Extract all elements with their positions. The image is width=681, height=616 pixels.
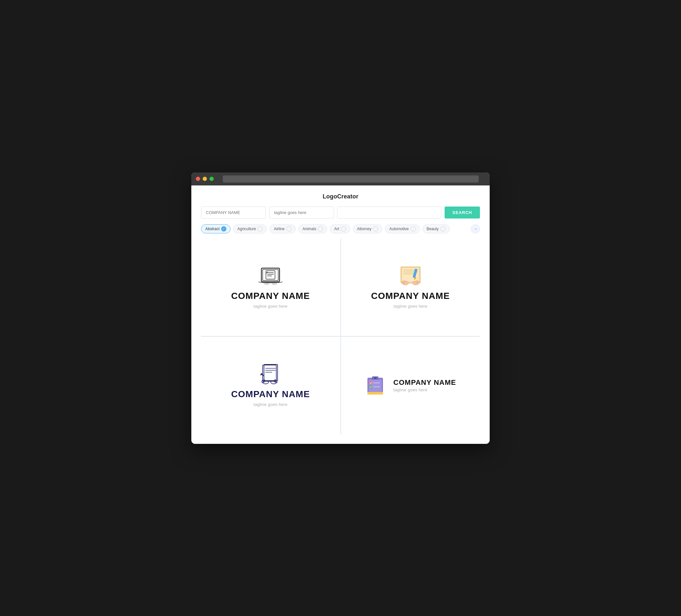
- logo-4-company-name: COMPANY NAME: [393, 378, 456, 387]
- logo-card-4[interactable]: COMPANY NAME tagline goes here: [341, 337, 480, 434]
- company-name-input[interactable]: [201, 207, 266, 219]
- filter-label-agriculture: Agriculture: [237, 227, 256, 231]
- filter-bar: Abstract✓Agriculture✓Airline✓Animals✓Art…: [201, 224, 480, 233]
- logo-content-3: COMPANY NAME tagline goes here: [231, 364, 310, 407]
- filter-tag-art[interactable]: Art✓: [330, 224, 350, 233]
- filter-tag-attorney[interactable]: Attorney✓: [353, 224, 383, 233]
- logo-2-company-name: COMPANY NAME: [371, 291, 450, 301]
- filter-label-art: Art: [334, 227, 339, 231]
- browser-titlebar: [191, 173, 490, 185]
- svg-point-18: [403, 280, 405, 283]
- filter-tag-abstract[interactable]: Abstract✓: [201, 224, 231, 233]
- logo-3-company-name: COMPANY NAME: [231, 389, 310, 400]
- logo-content-4: COMPANY NAME tagline goes here: [365, 374, 456, 397]
- svg-rect-0: [261, 268, 280, 282]
- check-icon-attorney: ✓: [373, 226, 378, 231]
- logo-grid: COMPANY NAME tagline goes here: [201, 239, 480, 434]
- logo-content-2: COMPANY NAME tagline goes here: [371, 265, 450, 309]
- filter-tag-automotive[interactable]: Automotive✓: [385, 224, 420, 233]
- logo-2-tagline: tagline goes here: [393, 304, 427, 309]
- check-icon-airline: ✓: [286, 226, 292, 231]
- filter-tag-agriculture[interactable]: Agriculture✓: [233, 224, 267, 233]
- filter-label-beauty: Beauty: [427, 227, 439, 231]
- logo-card-3[interactable]: COMPANY NAME tagline goes here: [201, 337, 340, 434]
- svg-point-7: [272, 282, 277, 285]
- check-icon-art: ✓: [341, 226, 346, 231]
- style-input[interactable]: [337, 207, 442, 219]
- svg-point-20: [418, 281, 419, 284]
- browser-window: LogoCreator SEARCH Abstract✓Agriculture✓…: [191, 173, 490, 444]
- svg-rect-21: [263, 365, 276, 381]
- svg-rect-37: [374, 377, 377, 379]
- logo-3-tagline: tagline goes here: [254, 402, 288, 407]
- svg-point-6: [264, 282, 269, 285]
- check-icon-agriculture: ✓: [257, 226, 263, 231]
- address-bar: [223, 175, 479, 182]
- filter-tag-animals[interactable]: Animals✓: [298, 224, 328, 233]
- filter-tag-airline[interactable]: Airline✓: [270, 224, 296, 233]
- filter-label-attorney: Attorney: [357, 227, 372, 231]
- app-title: LogoCreator: [201, 193, 480, 200]
- logo-icon-1: [257, 265, 283, 288]
- filter-tag-beauty[interactable]: Beauty✓: [423, 224, 450, 233]
- filter-label-airline: Airline: [274, 227, 284, 231]
- check-icon-beauty: ✓: [440, 226, 446, 231]
- minimize-button[interactable]: [203, 177, 207, 181]
- logo-content-1: COMPANY NAME tagline goes here: [231, 265, 310, 309]
- search-button[interactable]: SEARCH: [445, 207, 480, 219]
- svg-rect-22: [264, 364, 278, 381]
- check-icon-automotive: ✓: [410, 226, 416, 231]
- close-button[interactable]: [196, 177, 200, 181]
- app-content: LogoCreator SEARCH Abstract✓Agriculture✓…: [191, 185, 490, 444]
- filter-label-animals: Animals: [303, 227, 317, 231]
- logo-icon-4: [365, 374, 388, 397]
- logo-icon-2: [398, 265, 424, 288]
- filter-label-abstract: Abstract: [205, 227, 220, 231]
- logo-1-company-name: COMPANY NAME: [231, 291, 310, 301]
- logo-4-tagline: tagline goes here: [393, 387, 456, 392]
- filter-label-automotive: Automotive: [389, 227, 409, 231]
- logo-card-1[interactable]: COMPANY NAME tagline goes here: [201, 239, 340, 336]
- logo-card-2[interactable]: COMPANY NAME tagline goes here: [341, 239, 480, 336]
- maximize-button[interactable]: [209, 177, 214, 181]
- logo-icon-3: [257, 364, 283, 386]
- tagline-input[interactable]: [269, 207, 334, 219]
- logo-4-text-group: COMPANY NAME tagline goes here: [393, 378, 456, 392]
- logo-1-tagline: tagline goes here: [254, 304, 288, 309]
- svg-rect-1: [263, 270, 278, 280]
- check-icon-animals: ✓: [318, 226, 323, 231]
- filter-next-button[interactable]: →: [471, 224, 480, 233]
- search-bar: SEARCH: [201, 207, 480, 219]
- check-icon-abstract: ✓: [221, 226, 226, 231]
- svg-rect-42: [368, 392, 383, 394]
